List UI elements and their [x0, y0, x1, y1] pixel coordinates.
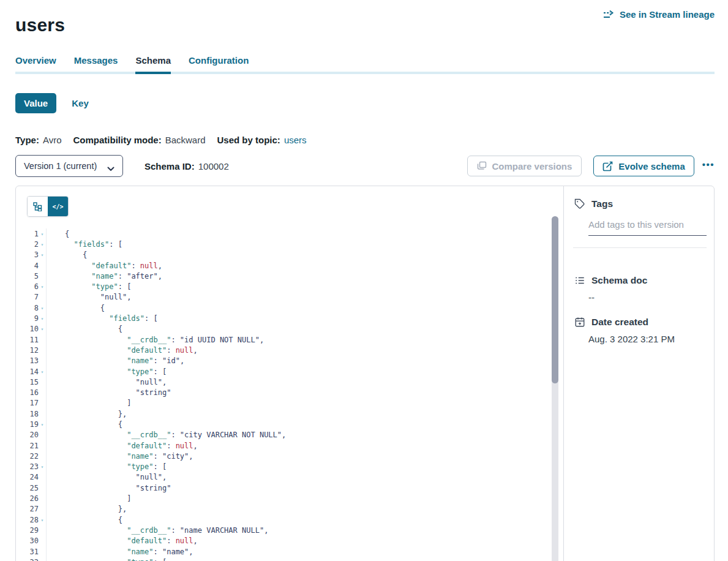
code-line: 14▾ "type": [ — [16, 366, 554, 377]
code-text: "__crdb__": "city VARCHAR NOT NULL", — [46, 430, 554, 440]
code-line: 32▾ "type": [ — [16, 557, 554, 561]
evolve-schema-label: Evolve schema — [618, 161, 685, 171]
code-text: "__crdb__": "id UUID NOT NULL", — [46, 334, 554, 345]
line-number: 8 — [16, 304, 39, 312]
schema-controls: Version 1 (current) Schema ID: 100002 Co… — [15, 155, 715, 177]
code-line: 28▾ { — [16, 514, 554, 525]
code-line: 24 "null", — [16, 472, 554, 483]
code-scrollbar-thumb[interactable] — [552, 216, 558, 383]
code-line: 8▾ { — [16, 303, 554, 313]
fold-toggle-icon[interactable]: ▾ — [39, 517, 46, 523]
code-line: 29 "__crdb__": "name VARCHAR NULL", — [16, 525, 554, 535]
sidebar-divider — [573, 247, 707, 248]
code-line: 20 "__crdb__": "city VARCHAR NOT NULL", — [16, 430, 554, 440]
tree-view-button[interactable] — [28, 197, 48, 216]
fold-toggle-icon[interactable]: ▾ — [39, 231, 46, 237]
line-number: 4 — [16, 262, 39, 270]
line-number: 17 — [16, 399, 39, 407]
stream-lineage-link[interactable]: See in Stream lineage — [603, 9, 715, 20]
code-line: 17 ] — [16, 398, 554, 409]
schema-doc-value: -- — [588, 292, 705, 303]
fold-toggle-icon[interactable]: ▾ — [39, 315, 46, 322]
key-toggle-link[interactable]: Key — [72, 98, 89, 108]
code-line: 2▾ "fields": [ — [16, 239, 554, 249]
code-line: 27 }, — [16, 504, 554, 514]
code-view-button[interactable]: </> — [48, 197, 68, 216]
tab-schema[interactable]: Schema — [135, 55, 171, 72]
code-line: 5 "name": "after", — [16, 271, 554, 281]
tab-messages[interactable]: Messages — [74, 55, 118, 72]
fold-spacer — [39, 413, 46, 415]
line-number: 19 — [16, 420, 39, 429]
line-number: 24 — [16, 473, 39, 481]
fold-toggle-icon[interactable]: ▾ — [39, 252, 46, 258]
tab-overview[interactable]: Overview — [15, 55, 56, 72]
fold-spacer — [39, 456, 46, 457]
code-line: 13 "name": "id", — [16, 356, 554, 366]
list-icon — [574, 275, 585, 286]
fold-toggle-icon[interactable]: ▾ — [39, 326, 46, 332]
code-text: "string" — [46, 387, 554, 397]
code-line: 23▾ "type": [ — [16, 462, 554, 472]
value-toggle-button[interactable]: Value — [15, 93, 56, 113]
fold-toggle-icon[interactable]: ▾ — [39, 464, 46, 470]
view-mode-toggle: </> — [27, 196, 69, 217]
fold-spacer — [39, 296, 46, 298]
code-text: "__crdb__": "name VARCHAR NULL", — [46, 525, 554, 535]
line-number: 5 — [16, 272, 39, 280]
code-text: { — [46, 250, 554, 260]
code-text: "name": "id", — [46, 356, 554, 366]
tab-underline-track — [15, 72, 715, 74]
fold-spacer — [39, 276, 46, 277]
code-line: 4 "default": null, — [16, 260, 554, 271]
used-by-topic-link[interactable]: users — [284, 135, 307, 145]
code-line: 15 "null", — [16, 377, 554, 387]
line-number: 11 — [16, 336, 39, 344]
code-text: }, — [46, 409, 554, 419]
code-text: "name": "after", — [46, 271, 554, 281]
compatibility-mode-label: Compatibility mode: — [73, 135, 161, 145]
evolve-schema-button[interactable]: Evolve schema — [593, 156, 694, 176]
code-line: 30 "default": null, — [16, 536, 554, 546]
code-line: 22 "name": "city", — [16, 451, 554, 461]
line-number: 3 — [16, 250, 39, 259]
fold-spacer — [39, 339, 46, 341]
code-line: 19▾ { — [16, 419, 554, 429]
fold-toggle-icon[interactable]: ▾ — [39, 241, 46, 247]
fold-spacer — [39, 360, 46, 361]
schema-panel: </> 1▾{2▾ "fields": [3▾ {4 "default": nu… — [15, 186, 715, 561]
fold-spacer — [39, 350, 46, 351]
code-text: "name": "city", — [46, 451, 554, 461]
code-text: "type": [ — [46, 462, 554, 472]
fold-spacer — [39, 476, 46, 478]
line-number: 6 — [16, 282, 39, 291]
fold-spacer — [39, 402, 46, 404]
line-number: 10 — [16, 325, 39, 333]
tab-configuration[interactable]: Configuration — [189, 55, 249, 72]
code-text: { — [46, 514, 554, 525]
version-select[interactable]: Version 1 (current) — [15, 155, 123, 177]
line-number: 9 — [16, 314, 39, 323]
tab-bar: Overview Messages Schema Configuration — [15, 55, 249, 72]
more-options-button[interactable]: ••• — [702, 160, 715, 173]
schema-doc-section: Schema doc -- — [574, 275, 705, 303]
line-number: 1 — [16, 230, 39, 238]
add-tags-input[interactable] — [588, 219, 707, 236]
fold-toggle-icon[interactable]: ▾ — [39, 284, 46, 290]
fold-toggle-icon[interactable]: ▾ — [39, 369, 46, 375]
line-number: 2 — [16, 240, 39, 249]
code-scrollbar-track[interactable] — [552, 216, 558, 561]
tags-heading: Tags — [591, 198, 613, 209]
fold-spacer — [39, 530, 46, 531]
code-lines: 1▾{2▾ "fields": [3▾ {4 "default": null,5… — [16, 228, 554, 561]
line-number: 29 — [16, 526, 39, 535]
code-line: 9▾ "fields": [ — [16, 313, 554, 323]
fold-spacer — [39, 488, 46, 489]
line-number: 26 — [16, 494, 39, 503]
fold-toggle-icon[interactable]: ▾ — [39, 421, 46, 427]
edit-schema-icon — [602, 161, 613, 171]
fold-toggle-icon[interactable]: ▾ — [39, 305, 46, 311]
compare-versions-button[interactable]: Compare versions — [467, 156, 582, 176]
code-line: 31 "name": "name", — [16, 546, 554, 557]
line-number: 28 — [16, 516, 39, 524]
